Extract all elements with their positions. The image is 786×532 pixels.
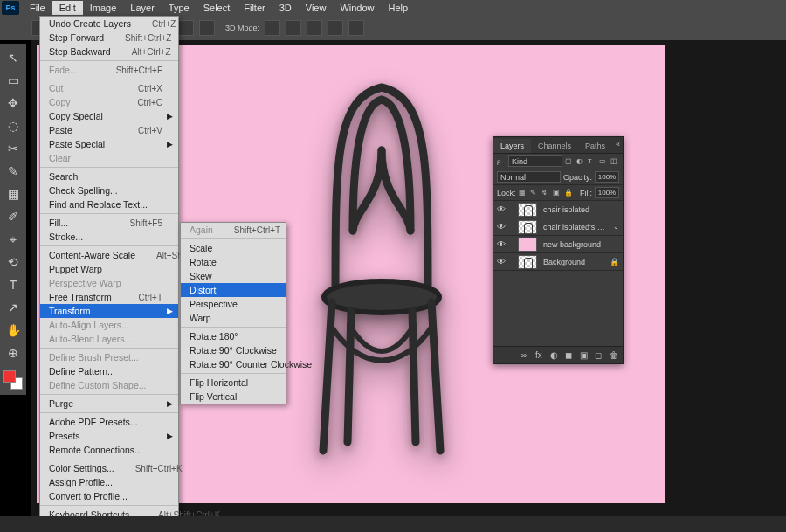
tool-13[interactable]: ⊕	[4, 344, 22, 362]
layer-row[interactable]: 👁new background	[493, 236, 623, 253]
opt-icon[interactable]	[199, 20, 215, 36]
edit-item[interactable]: Presets▶	[40, 429, 178, 443]
layer-row[interactable]: 👁chair isolated's Drop S...⌄	[493, 218, 623, 236]
kind-select[interactable]: Kind	[508, 155, 562, 167]
tool-10[interactable]: T	[4, 276, 22, 294]
menu-layer[interactable]: Layer	[123, 1, 162, 15]
lock-move-icon[interactable]: ↯	[541, 189, 550, 197]
transform-item[interactable]: Rotate 180°	[181, 329, 286, 343]
tool-0[interactable]: ↖	[4, 49, 22, 66]
tool-8[interactable]: ⌖	[4, 231, 22, 248]
menu-type[interactable]: Type	[162, 1, 196, 15]
opacity-value[interactable]: 100%	[595, 171, 619, 183]
visibility-icon[interactable]: 👁	[497, 239, 507, 249]
opt-icon[interactable]	[265, 20, 280, 36]
tool-6[interactable]: ▦	[4, 185, 22, 203]
edit-item[interactable]: Color Settings...Shift+Ctrl+K	[40, 461, 178, 475]
filter-smart-icon[interactable]: ◫	[610, 157, 619, 166]
layers-footer-icon[interactable]: ◐	[550, 350, 560, 360]
tab-layers[interactable]: Layers	[493, 139, 531, 153]
edit-item[interactable]: Auto-Align Layers...	[40, 318, 178, 332]
color-swatches[interactable]	[3, 370, 23, 390]
edit-item[interactable]: Purge▶	[40, 397, 178, 411]
edit-item[interactable]: Content-Aware ScaleAlt+Shift+Ctrl+C	[40, 248, 178, 262]
visibility-icon[interactable]: 👁	[497, 257, 507, 266]
edit-item[interactable]: Assign Profile...	[40, 475, 178, 489]
transform-item[interactable]: Rotate 90° Clockwise	[181, 343, 286, 357]
edit-item[interactable]: Define Custom Shape...	[40, 378, 178, 392]
edit-item[interactable]: Stroke...	[40, 230, 178, 244]
visibility-icon[interactable]: 👁	[497, 222, 507, 231]
edit-item[interactable]: Remote Connections...	[40, 443, 178, 457]
tool-1[interactable]: ▭	[4, 72, 22, 89]
menu-filter[interactable]: Filter	[237, 1, 272, 15]
tab-paths[interactable]: Paths	[578, 139, 612, 153]
tool-3[interactable]: ◌	[4, 117, 22, 135]
menu-window[interactable]: Window	[333, 1, 381, 15]
filter-shape-icon[interactable]: ▭	[599, 157, 608, 166]
opt-icon[interactable]	[348, 20, 364, 36]
menu-image[interactable]: Image	[83, 1, 124, 15]
layers-footer-icon[interactable]: ◻	[595, 350, 604, 360]
opt-icon[interactable]	[307, 20, 322, 36]
edit-item[interactable]: Convert to Profile...	[40, 489, 178, 503]
filter-pixel-icon[interactable]: ▢	[565, 157, 574, 166]
edit-item[interactable]: Step ForwardShift+Ctrl+Z	[40, 31, 178, 45]
filter-adjust-icon[interactable]: ◐	[576, 157, 585, 166]
fill-value[interactable]: 100%	[595, 187, 619, 198]
visibility-icon[interactable]: 👁	[497, 204, 507, 214]
edit-item[interactable]: Define Pattern...	[40, 364, 178, 378]
filter-type-icon[interactable]: T	[588, 157, 596, 166]
menu-3d[interactable]: 3D	[272, 1, 299, 15]
lock-trans-icon[interactable]: ▦	[519, 189, 527, 197]
transform-item[interactable]: Scale	[181, 241, 286, 255]
edit-item[interactable]: Search	[40, 169, 178, 183]
edit-item[interactable]: Step BackwardAlt+Ctrl+Z	[40, 45, 178, 59]
tool-7[interactable]: ✐	[4, 208, 22, 225]
edit-item[interactable]: Paste Special▶	[40, 137, 178, 151]
transform-item[interactable]: Flip Horizontal	[181, 376, 286, 390]
tool-4[interactable]: ✂	[4, 140, 22, 157]
lock-paint-icon[interactable]: ✎	[530, 189, 539, 197]
layers-panel[interactable]: « LayersChannelsPaths ρ Kind ▢ ◐ T ▭ ◫ N…	[493, 136, 624, 364]
tool-11[interactable]: ↗	[4, 299, 22, 316]
panel-collapse-icon[interactable]: «	[616, 140, 620, 149]
menu-file[interactable]: File	[23, 1, 52, 15]
layers-footer-icon[interactable]: ∞	[521, 350, 530, 360]
edit-item[interactable]: Fill...Shift+F5	[40, 216, 178, 230]
tool-9[interactable]: ⟲	[4, 253, 22, 271]
layers-footer-icon[interactable]: ▣	[580, 350, 590, 360]
edit-item[interactable]: Fade...Shift+Ctrl+F	[40, 63, 178, 77]
fx-icon[interactable]: ⌄	[613, 223, 619, 231]
edit-item[interactable]: Adobe PDF Presets...	[40, 415, 178, 429]
edit-item[interactable]: Auto-Blend Layers...	[40, 332, 178, 346]
edit-item[interactable]: Copy Special▶	[40, 109, 178, 123]
edit-item[interactable]: Find and Replace Text...	[40, 197, 178, 211]
transform-item[interactable]: Rotate 90° Counter Clockwise	[181, 357, 286, 371]
lock-all-icon[interactable]: 🔒	[564, 189, 573, 197]
edit-item[interactable]: PasteCtrl+V	[40, 123, 178, 137]
transform-item[interactable]: Warp	[181, 311, 286, 325]
layers-footer-icon[interactable]: ◼	[565, 350, 575, 360]
tool-2[interactable]: ✥	[4, 94, 22, 112]
edit-item[interactable]: Free TransformCtrl+T	[40, 290, 178, 304]
transform-item[interactable]: Skew	[181, 269, 286, 283]
filter-icon[interactable]: ρ	[497, 157, 506, 166]
menu-help[interactable]: Help	[382, 1, 416, 15]
opt-icon[interactable]	[328, 20, 343, 36]
tab-channels[interactable]: Channels	[531, 139, 578, 153]
layers-footer-icon[interactable]: 🗑	[610, 350, 619, 360]
transform-item[interactable]: Perspective	[181, 297, 286, 311]
transform-item[interactable]: Flip Vertical	[181, 390, 286, 404]
edit-item[interactable]: CutCtrl+X	[40, 81, 178, 95]
menu-edit[interactable]: Edit	[52, 1, 83, 15]
edit-item[interactable]: CopyCtrl+C	[40, 95, 178, 109]
layer-row[interactable]: 👁Background🔒	[493, 253, 623, 271]
transform-item[interactable]: Distort	[181, 283, 286, 297]
edit-item[interactable]: Undo Create LayersCtrl+Z	[40, 17, 178, 31]
menu-view[interactable]: View	[299, 1, 334, 15]
opt-icon[interactable]	[286, 20, 301, 36]
edit-item[interactable]: Puppet Warp	[40, 262, 178, 276]
layers-footer-icon[interactable]: fx	[535, 350, 545, 360]
transform-item[interactable]: AgainShift+Ctrl+T	[181, 223, 286, 237]
